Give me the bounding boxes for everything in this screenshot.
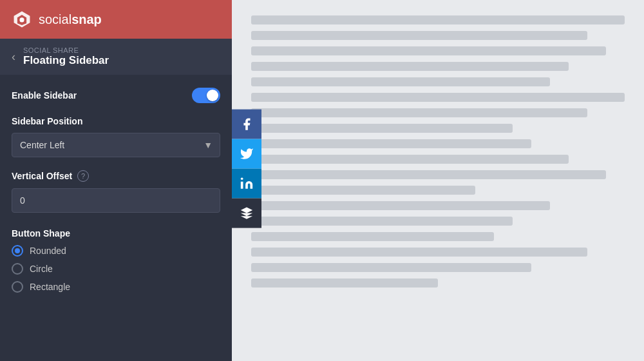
logo-header: socialsnap [0, 0, 232, 39]
floating-sidebar-preview [232, 110, 261, 228]
sidebar-position-dropdown-wrap: Center Left Center Right Top Left Top Ri… [12, 133, 220, 157]
sidebar-content: Enable Sidebar Sidebar Position Center L… [0, 75, 232, 361]
content-line-13 [251, 201, 550, 210]
content-line-1 [251, 15, 625, 24]
facebook-icon [240, 117, 254, 132]
content-line-6 [251, 93, 625, 102]
help-icon[interactable]: ? [77, 170, 89, 182]
enable-sidebar-label: Enable Sidebar [12, 90, 77, 101]
buffer-icon [240, 206, 254, 220]
socialsnap-logo-icon [12, 9, 32, 30]
sidebar-position-label: Sidebar Position [12, 116, 220, 126]
svg-point-3 [241, 177, 243, 180]
content-line-10 [251, 155, 569, 164]
content-line-7 [251, 108, 587, 117]
content-line-2 [251, 31, 587, 40]
vertical-offset-label: Vertical Offset [12, 171, 72, 181]
twitter-icon [240, 147, 254, 161]
radio-label-rectangle: Rectangle [30, 282, 70, 292]
logo-text: socialsnap [39, 12, 102, 27]
radio-circle[interactable]: Circle [12, 263, 220, 275]
toggle-track[interactable] [192, 88, 220, 103]
nav-title: Floating Sidebar [23, 54, 109, 67]
radio-outer-circle [12, 263, 23, 275]
enable-sidebar-toggle[interactable] [192, 88, 220, 103]
radio-outer-rounded [12, 245, 23, 257]
content-line-15 [251, 232, 494, 241]
button-shape-radio-group: Rounded Circle Rectangle [12, 245, 220, 293]
facebook-button[interactable] [232, 110, 261, 139]
content-line-14 [251, 217, 513, 226]
content-line-4 [251, 62, 569, 71]
vertical-offset-input[interactable] [12, 188, 220, 213]
content-placeholder [251, 13, 625, 288]
content-line-9 [251, 139, 531, 148]
nav-subtitle: Social Share [23, 46, 109, 54]
radio-outer-rectangle [12, 281, 23, 293]
settings-sidebar: socialsnap ‹ Social Share Floating Sideb… [0, 0, 232, 361]
buffer-button[interactable] [232, 199, 261, 228]
enable-sidebar-row: Enable Sidebar [12, 88, 220, 103]
toggle-thumb [207, 90, 218, 101]
content-line-16 [251, 248, 587, 257]
main-preview [232, 0, 644, 361]
linkedin-icon [240, 177, 254, 191]
radio-inner-rounded [15, 248, 20, 253]
linkedin-button[interactable] [232, 169, 261, 199]
sidebar-position-select[interactable]: Center Left Center Right Top Left Top Ri… [12, 133, 220, 157]
content-line-3 [251, 46, 606, 55]
radio-label-rounded: Rounded [30, 246, 66, 256]
back-button[interactable]: ‹ [12, 51, 15, 63]
radio-rectangle[interactable]: Rectangle [12, 281, 220, 293]
content-line-12 [251, 186, 475, 195]
svg-point-2 [19, 17, 24, 22]
content-line-11 [251, 170, 606, 179]
content-line-17 [251, 263, 531, 272]
nav-info: Social Share Floating Sidebar [23, 46, 109, 67]
button-shape-label: Button Shape [12, 228, 220, 239]
content-line-18 [251, 278, 438, 288]
content-line-8 [251, 124, 513, 133]
nav-bar: ‹ Social Share Floating Sidebar [0, 39, 232, 75]
radio-label-circle: Circle [30, 264, 53, 274]
vertical-offset-label-row: Vertical Offset ? [12, 170, 220, 182]
twitter-button[interactable] [232, 139, 261, 169]
content-line-5 [251, 77, 550, 86]
radio-rounded[interactable]: Rounded [12, 245, 220, 257]
